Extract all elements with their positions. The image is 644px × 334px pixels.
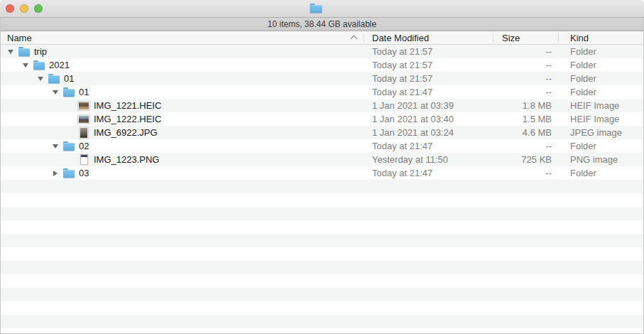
kind-cell: PNG image [559,154,644,165]
thumb-jpeg-1 [80,127,88,139]
name-cell: IMG_1222.HEIC [0,112,364,126]
list-row[interactable]: trip Today at 21:57 -- Folder [0,45,644,58]
thumb-heic-2 [78,115,89,124]
list-row[interactable]: 2021 Today at 21:57 -- Folder [0,58,644,72]
kind-cell: Folder [559,60,644,70]
kind-cell: HEIF Image [559,114,644,124]
item-name-label: 01 [79,87,89,97]
date-modified-cell: Today at 21:47 [364,87,493,97]
list-row[interactable]: 01 Today at 21:47 -- Folder [0,85,644,99]
date-modified-cell: Yesterday at 11:50 [364,154,493,165]
date-modified-cell: Today at 21:47 [364,168,493,178]
list-row[interactable]: 02 Today at 21:47 -- Folder [0,139,644,153]
disclosure-triangle[interactable] [53,144,58,149]
date-modified-cell: Today at 21:57 [364,60,493,70]
kind-cell: HEIF Image [559,100,644,111]
item-name-label: trip [34,46,47,57]
date-modified-cell: Today at 21:47 [364,141,493,151]
column-headers: Name Date Modified Size Kind [0,31,644,45]
disclosure-triangle[interactable] [8,50,13,54]
disclosure-triangle[interactable] [53,171,58,176]
folder-icon [48,73,60,84]
column-header-size-label: Size [502,33,520,43]
indent-spacer [0,173,51,173]
item-name-label: IMG_1221.HEIC [94,100,161,111]
item-name-label: IMG_6922.JPG [94,127,158,138]
folder-icon [310,3,322,14]
disclosure-triangle[interactable] [23,63,28,68]
item-name-label: IMG_1222.HEIC [94,114,161,124]
size-cell: -- [493,46,559,57]
item-icon-slot [63,166,75,180]
folder-proxy-icon[interactable] [310,3,322,14]
folder-icon [63,141,75,151]
empty-row [0,234,644,247]
titlebar[interactable] [0,0,644,18]
column-header-name-label: Name [7,33,32,43]
list-row[interactable]: 03 Today at 21:47 -- Folder [0,166,644,180]
column-header-size[interactable]: Size [493,31,559,44]
empty-row [0,247,644,261]
indent-spacer [0,159,66,160]
minimize-button[interactable] [20,4,28,13]
empty-row [0,193,644,207]
empty-row [0,274,644,288]
list-row[interactable]: IMG_1223.PNG Yesterday at 11:50 725 KB P… [0,153,644,166]
list-row[interactable]: 01 Today at 21:57 -- Folder [0,72,644,85]
disclosure-triangle[interactable] [38,77,43,81]
column-header-name[interactable]: Name [0,31,364,44]
name-cell: 01 [0,72,364,85]
kind-cell: Folder [559,73,644,84]
folder-icon [33,60,45,70]
size-cell: 1.8 MB [493,100,559,111]
date-modified-cell: 1 Jan 2021 at 03:24 [364,127,493,138]
indent-spacer [0,105,66,106]
indent-spacer [0,119,66,119]
kind-cell: Folder [559,168,644,178]
size-cell: 725 KB [493,154,559,165]
size-cell: -- [493,87,559,97]
folder-icon [63,87,75,97]
date-modified-cell: Today at 21:57 [364,73,493,84]
item-icon-slot [18,45,30,58]
statusbar: 10 items, 38.44 GB available [0,18,644,31]
close-button[interactable] [6,4,14,13]
disclosure-slot [51,144,60,149]
disclosure-triangle[interactable] [53,90,58,95]
list-row[interactable]: IMG_6922.JPG 1 Jan 2021 at 03:24 4.6 MB … [0,126,644,139]
size-cell: -- [493,141,559,151]
item-name-label: 03 [79,168,89,178]
name-cell: 03 [0,166,364,180]
list-row[interactable]: IMG_1221.HEIC 1 Jan 2021 at 03:39 1.8 MB… [0,99,644,112]
name-cell: 02 [0,139,364,153]
date-modified-cell: 1 Jan 2021 at 03:39 [364,100,493,111]
disclosure-slot [21,63,30,68]
chevron-up-icon [351,36,358,43]
kind-cell: Folder [559,141,644,151]
kind-cell: JPEG image [559,127,644,138]
list-row[interactable]: IMG_1222.HEIC 1 Jan 2021 at 03:40 1.5 MB… [0,112,644,126]
traffic-lights [6,4,43,13]
indent-spacer [0,132,66,133]
empty-row [0,315,644,328]
item-name-label: 01 [64,73,74,84]
file-list: trip Today at 21:57 -- Folder 2021 Today… [0,45,644,333]
date-modified-cell: Today at 21:57 [364,46,493,57]
column-header-date-modified[interactable]: Date Modified [364,31,493,44]
name-cell: IMG_6922.JPG [0,126,364,139]
column-header-kind-label: Kind [570,33,589,43]
zoom-button[interactable] [34,4,43,13]
empty-row [0,288,644,301]
empty-row [0,180,644,193]
item-name-label: 2021 [49,60,70,70]
size-cell: 4.6 MB [493,127,559,138]
name-cell: IMG_1221.HEIC [0,99,364,112]
indent-spacer [0,78,36,79]
indent-spacer [0,92,51,92]
item-name-label: IMG_1223.PNG [94,154,160,165]
empty-row [0,261,644,274]
column-header-kind[interactable]: Kind [559,31,644,44]
date-modified-cell: 1 Jan 2021 at 03:40 [364,114,493,124]
size-cell: -- [493,60,559,70]
empty-row [0,301,644,315]
